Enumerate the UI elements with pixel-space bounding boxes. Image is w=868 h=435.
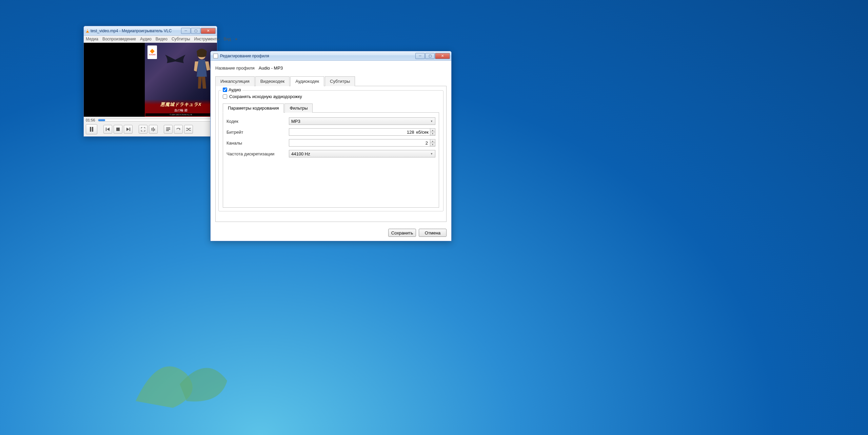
menu-video[interactable]: Видео (156, 37, 167, 41)
next-button[interactable] (124, 125, 133, 134)
audio-fieldset: Аудио Сохранять исходную аудиодорожку Па… (218, 90, 443, 211)
dialog-titlebar[interactable]: Редактирование профиля ─ ▢ ✕ (211, 51, 451, 61)
vlc-close-button[interactable]: ✕ (201, 28, 216, 34)
subtab-filters[interactable]: Фильтры (284, 103, 313, 113)
svg-rect-13 (166, 130, 169, 131)
ext-settings-button[interactable] (149, 125, 158, 134)
menu-tools[interactable]: Инструменты (194, 37, 220, 41)
vlc-menubar: Медиа Воспроизведение Аудио Видео Субтит… (84, 36, 217, 43)
game-title-overlay: 悪魔城ドラキュラX 血の輪 廻 © 1994 1993 KONAMI ALL R… (145, 99, 217, 117)
save-button[interactable]: Сохранить (388, 229, 416, 237)
menu-overflow[interactable]: » (235, 37, 237, 41)
wallpaper-leaf (119, 333, 237, 418)
profile-name-label: Название профиля (215, 65, 255, 71)
dialog-footer: Сохранить Отмена (211, 226, 451, 241)
subtab-encoding[interactable]: Параметры кодирования (223, 103, 284, 113)
cancel-button[interactable]: Отмена (419, 229, 447, 237)
bat-silhouette (162, 53, 189, 67)
svg-rect-11 (166, 128, 170, 128)
bitrate-spinbox[interactable]: кб/сек ▲ ▼ (289, 128, 435, 136)
dialog-minimize-button[interactable]: ─ (415, 53, 425, 59)
skip-back-icon (106, 128, 110, 131)
channels-spinbox[interactable]: ▲ ▼ (289, 139, 435, 147)
bitrate-label: Битрейт (226, 130, 289, 135)
stop-icon (116, 128, 120, 131)
vlc-player-window: test_video.mp4 - Медиапроигрыватель VLC … (83, 26, 217, 137)
vlc-controls: 01:56 (84, 117, 217, 136)
sub-tabs: Параметры кодирования Фильтры (223, 103, 439, 113)
svg-rect-6 (116, 128, 120, 131)
main-tabs: Инкапсуляция Видеокодек Аудиокодек Субти… (215, 76, 447, 86)
tab-content: Аудио Сохранять исходную аудиодорожку Па… (215, 86, 447, 222)
fullscreen-button[interactable] (139, 125, 147, 134)
svg-rect-10 (154, 129, 155, 131)
equalizer-icon (151, 127, 155, 131)
channels-spin-down[interactable]: ▼ (430, 143, 435, 147)
dialog-maximize-button[interactable]: ▢ (425, 53, 435, 59)
vlc-cone-icon (85, 29, 90, 33)
channels-input[interactable] (289, 139, 430, 147)
dialog-icon (213, 54, 218, 58)
svg-rect-0 (86, 30, 88, 31)
menu-media[interactable]: Медиа (86, 37, 98, 41)
chevron-down-icon: ▼ (430, 120, 433, 123)
svg-rect-8 (152, 128, 152, 131)
vlc-titlebar[interactable]: test_video.mp4 - Медиапроигрыватель VLC … (84, 26, 217, 36)
keep-original-checkbox[interactable] (223, 94, 227, 99)
vlc-window-title: test_video.mp4 - Медиапроигрыватель VLC (90, 29, 181, 33)
svg-rect-12 (166, 129, 170, 130)
playlist-button[interactable] (164, 125, 173, 134)
samplerate-combo[interactable]: 44100 Hz ▼ (289, 150, 435, 157)
vlc-minimize-button[interactable]: ─ (181, 28, 191, 34)
vlc-elapsed-time[interactable]: 01:56 (86, 118, 95, 122)
pause-icon (90, 127, 94, 132)
konami-logo: KONAMI (147, 45, 157, 59)
audio-enable-checkbox[interactable] (223, 88, 227, 92)
svg-rect-1 (86, 32, 89, 33)
loop-button[interactable] (174, 125, 183, 134)
bitrate-unit: кб/сек (416, 128, 430, 136)
tab-encapsulation[interactable]: Инкапсуляция (215, 76, 255, 86)
fullscreen-icon (141, 127, 145, 131)
channels-label: Каналы (226, 140, 289, 146)
channels-spin-up[interactable]: ▲ (430, 139, 435, 143)
svg-rect-4 (92, 127, 93, 132)
chevron-down-icon: ▼ (430, 152, 433, 155)
menu-subtitle[interactable]: Субтитры (172, 37, 190, 41)
menu-view[interactable]: Вид (223, 37, 231, 41)
svg-rect-7 (130, 128, 130, 131)
codec-label: Кодек (226, 119, 289, 124)
vlc-video-area[interactable]: KONAMI 悪魔城ドラキュラX 血の輪 廻 © 1994 1993 KONAM… (84, 43, 217, 117)
profile-name-input[interactable] (258, 65, 447, 71)
tab-subtitles[interactable]: Субтитры (325, 76, 355, 86)
vlc-maximize-button[interactable]: ▢ (191, 28, 200, 34)
tab-video-codec[interactable]: Видеокодек (255, 76, 290, 86)
bitrate-spin-up[interactable]: ▲ (430, 129, 435, 132)
shuffle-button[interactable] (184, 125, 193, 134)
encoding-panel: Кодек MP3 ▼ Битрейт (223, 113, 439, 208)
pause-button[interactable] (86, 124, 97, 134)
skip-forward-icon (126, 128, 130, 131)
vlc-seek-slider[interactable] (98, 119, 215, 121)
keep-original-label: Сохранять исходную аудиодорожку (229, 94, 302, 99)
dialog-title: Редактирование профиля (219, 54, 415, 58)
menu-playback[interactable]: Воспроизведение (102, 37, 136, 41)
tab-audio-codec[interactable]: Аудиокодек (290, 76, 324, 86)
loop-icon (176, 128, 181, 131)
samplerate-label: Частота дискретизации (226, 151, 289, 156)
svg-rect-9 (153, 127, 154, 131)
dialog-close-button[interactable]: ✕ (435, 53, 450, 59)
prev-button[interactable] (103, 125, 112, 134)
codec-combo[interactable]: MP3 ▼ (289, 117, 435, 125)
svg-rect-5 (106, 128, 106, 131)
bitrate-spin-down[interactable]: ▼ (430, 132, 435, 136)
bitrate-input[interactable] (289, 128, 416, 136)
shuffle-icon (186, 128, 191, 131)
playlist-icon (166, 128, 170, 131)
stop-button[interactable] (114, 125, 122, 134)
audio-enable-label: Аудио (229, 87, 241, 92)
svg-rect-3 (90, 127, 91, 132)
menu-audio[interactable]: Аудио (140, 37, 152, 41)
profile-edit-dialog: Редактирование профиля ─ ▢ ✕ Название пр… (210, 51, 452, 241)
